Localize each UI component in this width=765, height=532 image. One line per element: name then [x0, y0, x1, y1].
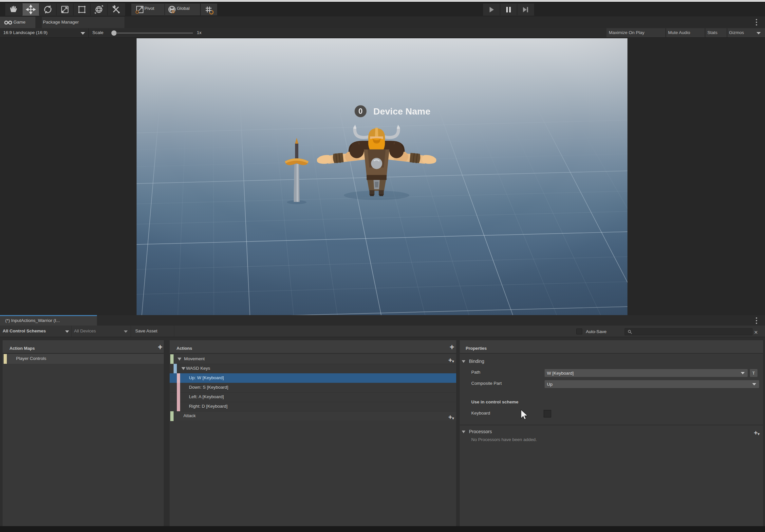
svg-text:0: 0: [359, 107, 363, 116]
svg-text:Device Name: Device Name: [373, 106, 430, 117]
